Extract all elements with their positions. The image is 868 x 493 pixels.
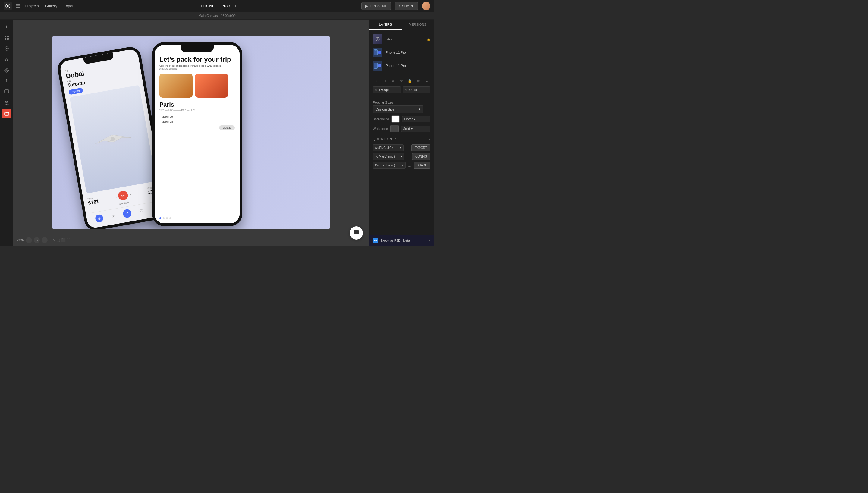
export-format-1[interactable]: As PNG @2X ▾ [373, 144, 404, 151]
export-format-3[interactable]: On Facebook ( ▾ [373, 162, 406, 169]
text-icon[interactable]: A [2, 55, 12, 64]
export-format-1-label: As PNG @2X [375, 146, 393, 149]
lock-tool-icon[interactable]: 🔒 [407, 78, 413, 84]
tab-check[interactable]: ✓ [122, 209, 132, 218]
format-3-arrow: ▾ [402, 164, 404, 167]
quick-export-collapse[interactable]: ∨ [428, 137, 430, 141]
comment-icon[interactable] [2, 87, 12, 97]
zoom-bar: 71% + ○ − ↖ ⬚ ⬛ ☷ [17, 237, 70, 243]
width-label: W [375, 88, 378, 91]
prev-arrow[interactable]: ‹ [115, 195, 117, 199]
zoom-fit-icon[interactable]: ○ [34, 237, 40, 243]
present-button[interactable]: ▶ PRESENT [361, 2, 391, 10]
background-swatch[interactable] [391, 115, 400, 123]
date-row-1: › March 19 [159, 114, 235, 119]
add-icon[interactable]: + [2, 22, 12, 31]
fill-arrow: ▾ [411, 127, 413, 130]
canvas-area[interactable]: To Dubai Via Toronto Inspire [13, 20, 369, 245]
top-bar: ☰ Projects Gallery Export IPHONE 11 PRO.… [0, 0, 434, 12]
details-button[interactable]: Details [219, 125, 235, 130]
user-avatar[interactable] [422, 2, 430, 10]
svg-rect-5 [7, 38, 9, 40]
camera-icon[interactable] [2, 44, 12, 53]
export-format-2-label: To MailChimp ( [375, 155, 395, 158]
chat-button[interactable] [350, 226, 363, 240]
tab-layers[interactable]: LAYERS [369, 20, 402, 30]
background-gradient-select[interactable]: Linear ▾ [402, 116, 430, 122]
delete-tool-icon[interactable]: 🗑 [415, 78, 421, 84]
layers-folder-icon[interactable] [2, 109, 12, 119]
share-button[interactable]: ↑ SHARE [394, 2, 418, 10]
component-icon[interactable] [2, 65, 12, 75]
list-view-icon[interactable]: ☷ [67, 238, 70, 242]
more-tool-icon[interactable]: ≡ [424, 78, 430, 84]
svg-rect-3 [7, 36, 9, 37]
zoom-add-icon[interactable]: + [26, 237, 32, 243]
canvas-dropdown-arrow[interactable]: ▾ [235, 4, 236, 7]
workspace-swatch[interactable] [390, 125, 399, 132]
move-tool-icon[interactable]: ⊹ [373, 78, 379, 84]
width-value: 1300px [379, 88, 390, 92]
dot-indicators [159, 215, 235, 219]
grid-icon[interactable] [2, 33, 12, 42]
export-button-2[interactable]: CONFIG [412, 153, 430, 160]
fill-type: Solid [403, 127, 410, 130]
dot-4 [169, 217, 171, 219]
properties-section: ⊹ ◻ ⧉ ⚙ 🔒 🗑 ≡ W 1300px H 900px [369, 75, 434, 98]
svg-rect-4 [4, 38, 6, 40]
dest-card-1 [159, 73, 193, 98]
export-dots-3[interactable]: ... [408, 163, 412, 168]
airline-logo: EM [117, 190, 129, 201]
nav-export[interactable]: Export [63, 4, 75, 8]
inspire-button[interactable]: Inspire [68, 88, 83, 95]
tab-plane[interactable]: ✈ [111, 213, 115, 219]
split-view-icon[interactable]: ⬚ [57, 238, 60, 242]
bg-workspace-row: Background Linear ▾ [369, 115, 434, 125]
psd-export-select[interactable]: Export as PSD - [beta] ▾ [381, 239, 430, 242]
zoom-level: 71% [17, 238, 23, 242]
gradient-arrow: ▾ [414, 117, 415, 121]
side-by-side-icon[interactable]: ⬛ [61, 238, 66, 242]
dimension-row: W 1300px H 900px [373, 86, 430, 93]
export-dots-1[interactable]: ... [405, 146, 410, 150]
app-logo[interactable] [4, 2, 12, 10]
share-upload-icon: ↑ [398, 4, 400, 8]
tab-versions[interactable]: VERSIONS [402, 20, 434, 30]
nav-projects[interactable]: Projects [25, 4, 39, 8]
next-arrow[interactable]: › [129, 192, 131, 196]
tab-heart[interactable]: ♡ [139, 208, 144, 214]
workspace-fill-select[interactable]: Solid ▾ [401, 126, 430, 132]
phone-right: Let's pack for your trip Use one of our … [152, 42, 242, 226]
tab-compass[interactable]: ⊕ [95, 214, 104, 223]
nav-gallery[interactable]: Gallery [45, 4, 57, 8]
hamburger-menu[interactable]: ☰ [16, 3, 20, 9]
height-field[interactable]: H 900px [403, 86, 431, 93]
export-format-3-label: On Facebook ( [375, 164, 395, 167]
panel-tabs: LAYERS VERSIONS [369, 20, 434, 30]
quick-export-label: QUICK EXPORT [373, 137, 398, 141]
export-row-1: As PNG @2X ▾ ... EXPORT [373, 144, 430, 151]
popular-sizes-select[interactable]: Custom Size ▾ [373, 105, 423, 113]
duplicate-tool-icon[interactable]: ⧉ [390, 78, 396, 84]
svg-point-1 [7, 5, 8, 7]
export-row-2: To MailChimp ( ▾ ... CONFIG [373, 153, 430, 160]
settings-tool-icon[interactable]: ⚙ [398, 78, 405, 84]
notch-right [180, 45, 214, 52]
export-button-3[interactable]: SHARE [413, 162, 430, 169]
zoom-minus-icon[interactable]: − [42, 237, 48, 243]
layer-filter[interactable]: Filter 🔒 [369, 33, 434, 46]
layer-iphone-2[interactable]: iPhone 11 Pro [369, 59, 434, 72]
copy-tool-icon[interactable]: ◻ [381, 78, 388, 84]
upload-icon[interactable] [2, 76, 12, 86]
dest-name: Paris [159, 101, 235, 108]
export-button-1[interactable]: EXPORT [411, 144, 430, 151]
layer-thumb-iphone2 [373, 61, 383, 70]
export-format-2[interactable]: To MailChimp ( ▾ [373, 153, 404, 160]
quick-export-header: QUICK EXPORT ∨ [369, 135, 434, 142]
width-field[interactable]: W 1300px [373, 86, 401, 93]
export-dots-2[interactable]: ... [406, 155, 410, 159]
layer-iphone-1[interactable]: iPhone 11 Pro [369, 46, 434, 59]
group-icon[interactable] [2, 98, 12, 108]
cursor-icon[interactable]: ↖ [52, 238, 56, 242]
top-right-actions: ▶ PRESENT ↑ SHARE [361, 2, 430, 10]
